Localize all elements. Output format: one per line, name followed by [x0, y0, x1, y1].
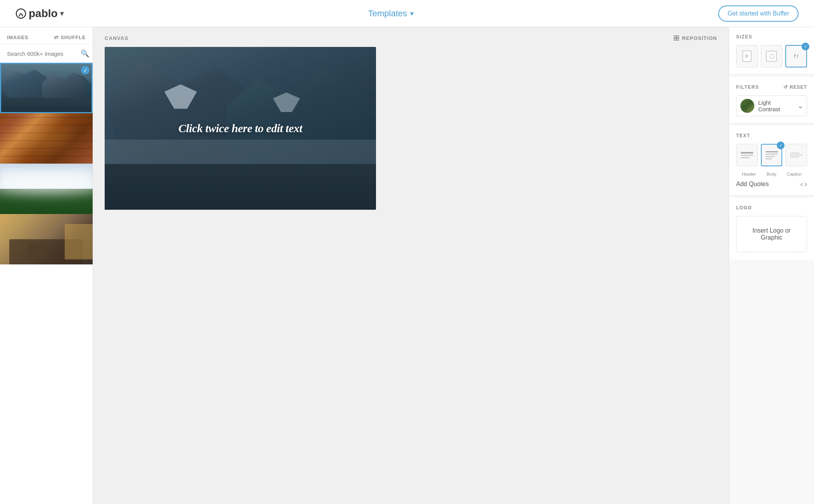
- reset-icon: ↺: [783, 84, 788, 90]
- reposition-label: REPOSITION: [682, 35, 717, 41]
- filter-chevron-icon: ⌄: [798, 102, 803, 110]
- svg-rect-2: [677, 36, 679, 38]
- logo-chevron-icon[interactable]: ▾: [60, 9, 64, 18]
- instagram-icon: ◯: [766, 51, 777, 62]
- size-twitter-facebook-button[interactable]: ✓ f t: [785, 45, 807, 67]
- filter-thumbnail: [740, 99, 754, 113]
- shuffle-icon: ⇄: [54, 34, 59, 40]
- canvas-header: CANVAS REPOSITION: [105, 35, 717, 41]
- twitter-facebook-icons: f t: [794, 53, 798, 59]
- caption-label: Caption: [783, 172, 805, 176]
- body-lines-icon: [766, 151, 778, 159]
- quotes-next-button[interactable]: ›: [804, 180, 807, 188]
- quotes-prev-button[interactable]: ‹: [800, 180, 803, 188]
- filter-selector[interactable]: Light Contrast ⌄: [736, 95, 807, 116]
- size-pinterest-button[interactable]: P: [736, 45, 758, 67]
- text-option-header[interactable]: [736, 144, 758, 166]
- text-selected-check: ✓: [777, 142, 785, 149]
- left-sidebar: IMAGES ⇄ SHUFFLE 🔍 ✓: [0, 27, 93, 504]
- right-sidebar: SIZES P ◯: [729, 27, 814, 504]
- list-item[interactable]: [0, 113, 93, 164]
- image-grid: ✓: [0, 63, 93, 264]
- search-input[interactable]: [7, 50, 81, 57]
- text-section: TEXT ✓: [729, 126, 814, 196]
- text-options-row: ✓: [736, 144, 807, 166]
- search-icon[interactable]: 🔍: [81, 49, 89, 58]
- logo-insert-label: Insert Logo or Graphic: [752, 227, 791, 241]
- selected-badge: ✓: [81, 66, 90, 74]
- filters-section: FILTERS ↺ RESET Light Contrast ⌄: [729, 77, 814, 124]
- logo-title: LOGO: [736, 205, 807, 211]
- text-labels-row: Header Body Caption: [736, 172, 807, 176]
- pablo-logo-svg: [16, 8, 26, 19]
- canvas-label: CANVAS: [105, 35, 129, 41]
- text-option-body[interactable]: ✓: [761, 144, 783, 166]
- svg-rect-3: [674, 38, 676, 40]
- svg-rect-4: [677, 38, 679, 40]
- reposition-icon: [673, 35, 679, 41]
- canvas-area: CANVAS REPOSITION: [93, 27, 729, 504]
- main-layout: IMAGES ⇄ SHUFFLE 🔍 ✓: [0, 27, 814, 504]
- filter-label: Light Contrast: [758, 99, 794, 112]
- svg-rect-1: [674, 36, 676, 38]
- list-item[interactable]: ✓: [0, 63, 93, 113]
- sizes-title: SIZES: [736, 34, 807, 40]
- search-area: 🔍: [0, 45, 93, 63]
- shuffle-button[interactable]: ⇄ SHUFFLE: [54, 34, 86, 40]
- sidebar-header: IMAGES ⇄ SHUFFLE: [0, 27, 93, 45]
- logo-icon: [16, 8, 26, 19]
- sizes-row: P ◯ ✓ f t: [736, 45, 807, 67]
- quotes-nav: ‹ ›: [800, 180, 807, 188]
- caption-lines-icon: [790, 153, 802, 157]
- canvas-image[interactable]: Click twice here to edit text: [105, 47, 376, 210]
- header: pablo ▾ Templates ▾ Get started with Buf…: [0, 0, 814, 27]
- shuffle-label: SHUFFLE: [61, 35, 86, 40]
- list-item[interactable]: [0, 214, 93, 264]
- get-started-button[interactable]: Get started with Buffer: [718, 5, 798, 22]
- list-item[interactable]: [0, 164, 93, 214]
- logo-wordmark: pablo: [29, 7, 58, 20]
- reset-label: RESET: [790, 85, 807, 90]
- text-option-caption[interactable]: [785, 144, 807, 166]
- logo-insert-button[interactable]: Insert Logo or Graphic: [736, 216, 807, 252]
- size-instagram-button[interactable]: ◯: [761, 45, 783, 67]
- header-lines-icon: [741, 152, 753, 158]
- templates-label: Templates: [368, 9, 407, 19]
- templates-button[interactable]: Templates ▾: [368, 9, 414, 19]
- filters-header: FILTERS ↺ RESET: [736, 84, 807, 90]
- canvas-edit-text[interactable]: Click twice here to edit text: [178, 122, 302, 135]
- body-label: Body: [761, 172, 783, 176]
- images-tab[interactable]: IMAGES: [7, 35, 28, 40]
- sizes-section: SIZES P ◯: [729, 27, 814, 75]
- filters-title: FILTERS: [736, 85, 759, 90]
- text-title: TEXT: [736, 133, 807, 138]
- logo-area: pablo ▾: [16, 7, 64, 20]
- templates-chevron-icon: ▾: [410, 9, 414, 18]
- add-quotes-label: Add Quotes: [736, 181, 769, 188]
- selected-check: ✓: [802, 43, 809, 50]
- reposition-button[interactable]: REPOSITION: [673, 35, 717, 41]
- logo-section: LOGO Insert Logo or Graphic: [729, 198, 814, 259]
- reset-button[interactable]: ↺ RESET: [783, 84, 807, 90]
- header-label: Header: [738, 172, 760, 176]
- pinterest-icon: P: [742, 50, 752, 62]
- add-quotes-row: Add Quotes ‹ ›: [736, 176, 807, 188]
- logo-text: pablo ▾: [16, 7, 64, 20]
